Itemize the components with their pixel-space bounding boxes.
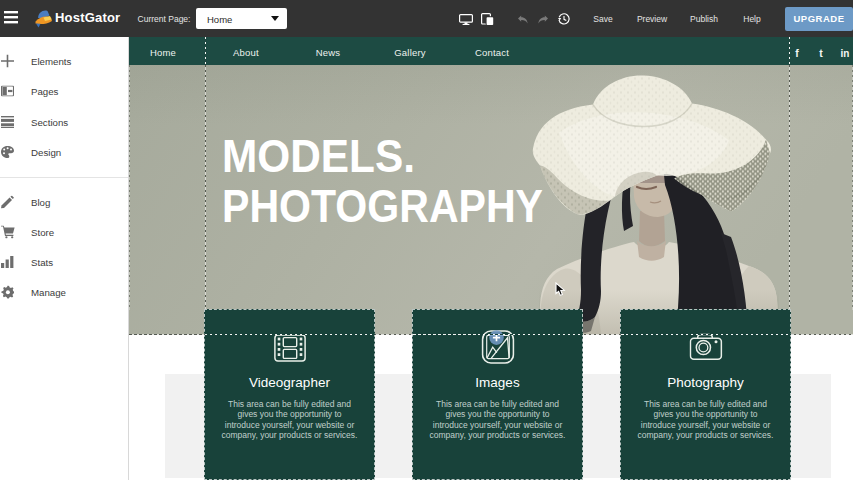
svg-text:f: f — [795, 47, 799, 59]
svg-text:PHOTOGRAPHY: PHOTOGRAPHY — [222, 179, 543, 232]
svg-text:in: in — [841, 48, 850, 59]
svg-text:MODELS.: MODELS. — [222, 129, 415, 182]
svg-text:t: t — [819, 47, 823, 59]
